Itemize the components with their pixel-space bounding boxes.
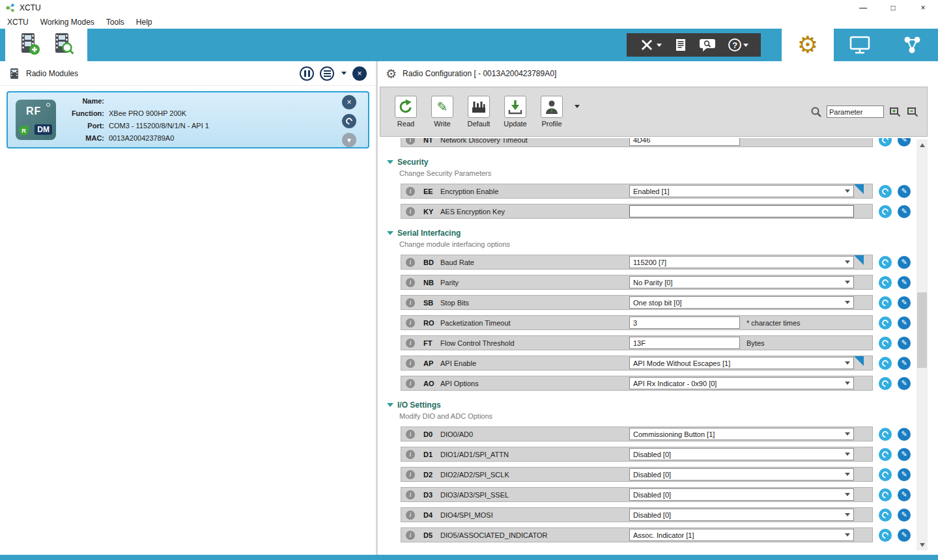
refresh-parameter-button[interactable] [879, 256, 892, 269]
write-parameter-button[interactable]: ✎ [898, 357, 911, 370]
refresh-parameter-button[interactable] [879, 448, 892, 461]
collapse-triangle-icon[interactable] [387, 231, 393, 235]
parameter-input[interactable]: 3 [629, 316, 740, 329]
parameter-dropdown[interactable]: API Rx Indicator - 0x90 [0] [629, 377, 854, 389]
write-parameter-button[interactable]: ✎ [898, 256, 911, 269]
collapse-triangle-icon[interactable] [387, 160, 393, 164]
write-parameter-button[interactable]: ✎ [898, 337, 911, 350]
refresh-parameter-button[interactable] [879, 377, 892, 390]
info-icon[interactable]: i [406, 379, 415, 388]
parameter-dropdown[interactable]: Disabled [0] [629, 509, 854, 521]
parameter-dropdown[interactable]: No Parity [0] [629, 276, 854, 288]
refresh-parameter-button[interactable] [879, 488, 892, 501]
write-parameter-button[interactable]: ✎ [898, 205, 911, 218]
expand-all-button[interactable] [888, 105, 902, 119]
section-header[interactable]: Serial Interfacing Change module interfa… [387, 229, 938, 248]
radio-module-card[interactable]: RF DM R Name: Function: XBee PRO 900HP 2… [7, 91, 369, 148]
write-parameter-button[interactable]: ✎ [898, 448, 911, 461]
write-parameter-button[interactable]: ✎ [898, 296, 911, 309]
remove-module-button[interactable]: × [342, 95, 356, 109]
default-button[interactable]: Default [461, 96, 496, 128]
scrollbar-thumb[interactable] [917, 292, 927, 368]
refresh-parameter-button[interactable] [879, 529, 892, 542]
read-button[interactable]: Read [388, 96, 423, 128]
parameter-input[interactable]: 13F [629, 337, 740, 349]
help-button[interactable]: ? [728, 38, 748, 51]
parameter-dropdown[interactable]: API Mode Without Escapes [1] [629, 357, 854, 369]
minimize-button[interactable]: — [848, 0, 878, 16]
info-icon[interactable]: i [406, 430, 415, 439]
section-header[interactable]: Security Change Security Parameters [387, 158, 938, 177]
parameter-dropdown[interactable]: One stop bit [0] [629, 296, 854, 309]
add-module-button[interactable] [17, 31, 42, 59]
info-icon[interactable]: i [406, 470, 415, 479]
refresh-parameter-button[interactable] [879, 205, 892, 218]
section-header[interactable]: I/O Settings Modify DIO and ADC Options [387, 400, 938, 420]
parameter-dropdown[interactable]: Enabled [1] [629, 185, 854, 197]
scrollbar-down-button[interactable] [917, 539, 928, 550]
profile-menu-chevron-icon[interactable] [575, 105, 580, 108]
refresh-parameter-button[interactable] [879, 357, 892, 370]
info-icon[interactable]: i [406, 359, 415, 368]
write-parameter-button[interactable]: ✎ [898, 276, 911, 289]
list-view-button[interactable] [320, 66, 334, 81]
info-icon[interactable]: i [406, 278, 415, 287]
menu-working-modes[interactable]: Working Modes [35, 18, 100, 27]
write-parameter-button[interactable]: ✎ [898, 488, 911, 501]
write-parameter-button[interactable]: ✎ [898, 468, 911, 481]
info-icon[interactable]: i [406, 318, 415, 328]
info-icon[interactable]: i [406, 511, 415, 520]
info-icon[interactable]: i [406, 138, 415, 145]
info-icon[interactable]: i [406, 207, 415, 216]
update-button[interactable]: Update [498, 96, 533, 128]
info-icon[interactable]: i [406, 339, 415, 348]
tab-consoles[interactable] [834, 29, 886, 61]
menu-xctu[interactable]: XCTU [1, 18, 35, 27]
write-parameter-button[interactable]: ✎ [898, 428, 911, 441]
scrollbar-track[interactable] [917, 139, 928, 550]
tools-menu-button[interactable] [639, 37, 662, 53]
refresh-parameter-button[interactable] [879, 185, 892, 198]
parameter-dropdown[interactable]: 115200 [7] [629, 256, 854, 268]
profile-button[interactable]: Profile [534, 96, 569, 128]
write-parameter-button[interactable]: ✎ [898, 316, 911, 329]
close-button[interactable]: × [908, 0, 938, 16]
rediscover-module-button[interactable] [342, 114, 356, 128]
scrollbar-up-button[interactable] [917, 139, 928, 150]
parameter-dropdown[interactable]: Assoc. Indicator [1] [629, 529, 854, 541]
expand-module-button[interactable]: ▼ [342, 133, 356, 147]
chevron-down-icon[interactable] [341, 72, 347, 75]
write-button[interactable]: ✎ Write [425, 96, 460, 128]
maximize-button[interactable]: □ [878, 0, 908, 16]
tab-configuration[interactable]: ⚙ [782, 29, 834, 61]
info-icon[interactable]: i [406, 450, 415, 459]
refresh-parameter-button[interactable] [879, 296, 892, 309]
refresh-parameter-button[interactable] [879, 468, 892, 481]
collapse-all-button[interactable] [906, 105, 919, 119]
write-parameter-button[interactable]: ✎ [898, 138, 911, 147]
parameter-search-input[interactable] [827, 105, 884, 118]
discover-modules-button[interactable] [51, 31, 76, 59]
refresh-parameter-button[interactable] [879, 316, 892, 329]
info-icon[interactable]: i [406, 258, 415, 267]
write-parameter-button[interactable]: ✎ [898, 185, 911, 198]
frames-log-button[interactable] [674, 38, 687, 52]
write-parameter-button[interactable]: ✎ [898, 509, 911, 522]
refresh-parameter-button[interactable] [879, 337, 892, 350]
parameter-input[interactable] [629, 205, 854, 217]
parameter-input[interactable]: 4D46 [629, 138, 740, 146]
collapse-triangle-icon[interactable] [387, 403, 393, 407]
info-icon[interactable]: i [406, 531, 415, 540]
menu-tools[interactable]: Tools [100, 18, 130, 27]
refresh-parameter-button[interactable] [879, 428, 892, 441]
refresh-parameter-button[interactable] [879, 138, 892, 147]
info-icon[interactable]: i [406, 298, 415, 307]
parameter-dropdown[interactable]: Disabled [0] [629, 488, 854, 501]
write-parameter-button[interactable]: ✎ [898, 377, 911, 390]
tab-network[interactable] [886, 29, 938, 61]
info-icon[interactable]: i [406, 187, 415, 196]
parameter-dropdown[interactable]: Commissioning Button [1] [629, 428, 854, 440]
parameter-dropdown[interactable]: Disabled [0] [629, 468, 854, 481]
parameter-dropdown[interactable]: Disabled [0] [629, 448, 854, 460]
write-parameter-button[interactable]: ✎ [898, 529, 911, 542]
